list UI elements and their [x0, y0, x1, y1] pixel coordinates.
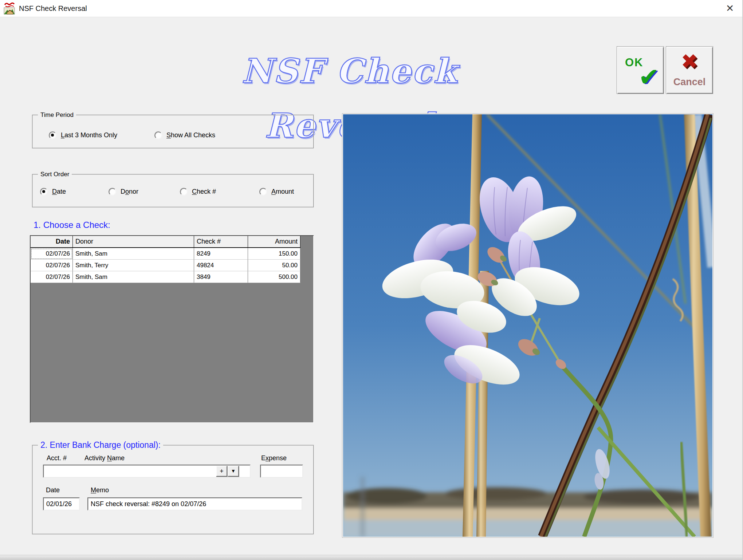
check-icon: ✔	[638, 63, 659, 91]
chevron-down-icon[interactable]: ▼	[228, 466, 239, 477]
radio-icon[interactable]	[180, 188, 188, 196]
bank-charge-legend: 2. Enter Bank Charge (optional):	[38, 440, 163, 450]
activity-name-label: Activity Name	[84, 454, 125, 462]
radio-icon[interactable]	[109, 188, 116, 196]
time-period-group: Time Period Last 3 Months Only Show All …	[32, 115, 314, 149]
date-input[interactable]	[43, 497, 80, 510]
sort-order-legend: Sort Order	[38, 170, 72, 178]
expense-input[interactable]	[260, 465, 303, 478]
x-icon: ✖	[666, 50, 713, 73]
table-row[interactable]: 02/07/26 Smith, Sam 3849 500.00	[31, 271, 300, 283]
close-icon[interactable]: ✕	[720, 0, 740, 17]
radio-icon[interactable]	[259, 188, 267, 196]
check-grid: Date Donor Check # Amount 02/07/26 Smith…	[30, 235, 314, 423]
memo-label: Memo	[91, 486, 109, 494]
radio-sort-check[interactable]: Check #	[180, 188, 216, 196]
title-bar: NSF Check Reversal ✕	[0, 0, 742, 17]
cancel-label: Cancel	[666, 76, 713, 88]
bank-charge-group: 2. Enter Bank Charge (optional): Acct. #…	[32, 445, 314, 535]
radio-last-3-months[interactable]: Last 3 Months Only	[49, 131, 117, 139]
radio-sort-amount[interactable]: Amount	[259, 188, 294, 196]
radio-show-all-checks[interactable]: Show All Checks	[154, 131, 215, 139]
memo-input[interactable]	[87, 497, 302, 510]
time-period-legend: Time Period	[38, 111, 76, 119]
col-header-date: Date	[31, 236, 73, 248]
expense-label: Expense	[261, 454, 287, 462]
window-title: NSF Check Reversal	[19, 0, 87, 17]
page-title: NSF Check Reversal	[197, 44, 503, 98]
nsf-check-reversal-window: NSF Check Reversal ✕ NSF Check Reversal …	[0, 0, 743, 560]
radio-icon[interactable]	[40, 188, 48, 196]
window-bottom-edge	[0, 555, 742, 560]
table-row[interactable]: 02/07/26 Smith, Terry 49824 50.00	[31, 260, 300, 271]
radio-sort-date[interactable]: Date	[40, 188, 66, 196]
choose-check-label: 1. Choose a Check:	[34, 220, 110, 230]
col-header-amount: Amount	[248, 236, 300, 248]
app-icon	[4, 2, 15, 15]
grid-header-row: Date Donor Check # Amount	[31, 236, 300, 248]
acct-label: Acct. #	[47, 454, 67, 462]
cancel-button[interactable]: ✖ Cancel	[666, 46, 713, 94]
col-header-check: Check #	[194, 236, 248, 248]
ok-button[interactable]: OK ✔	[617, 46, 664, 94]
radio-icon[interactable]	[49, 131, 56, 139]
col-header-donor: Donor	[73, 236, 194, 248]
table-row[interactable]: 02/07/26 Smith, Sam 8249 150.00	[31, 248, 300, 260]
sort-order-group: Sort Order Date Donor Check # Amount	[32, 174, 314, 208]
radio-icon[interactable]	[154, 131, 162, 139]
add-activity-button[interactable]: +	[216, 466, 227, 477]
radio-sort-donor[interactable]: Donor	[109, 188, 138, 196]
date-label: Date	[46, 486, 60, 494]
wildflower-photo	[342, 114, 713, 537]
